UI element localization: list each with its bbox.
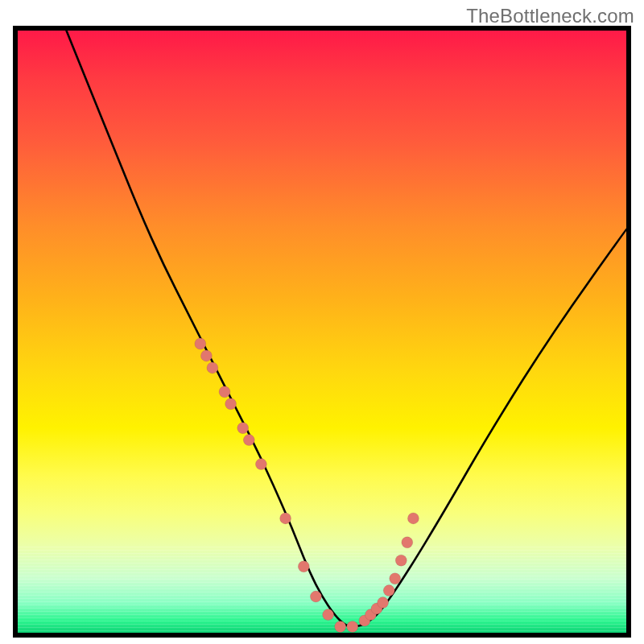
sample-point bbox=[310, 591, 321, 602]
sample-point bbox=[219, 386, 230, 398]
sample-point bbox=[335, 621, 346, 633]
sample-point bbox=[390, 573, 401, 584]
sample-point bbox=[378, 597, 389, 609]
sample-point bbox=[407, 513, 419, 524]
sample-point bbox=[200, 350, 212, 361]
sample-point bbox=[383, 585, 394, 597]
sample-point bbox=[280, 513, 291, 524]
sample-point bbox=[323, 609, 334, 621]
sample-point bbox=[298, 561, 309, 572]
sample-point bbox=[402, 537, 413, 548]
bottleneck-curve bbox=[67, 31, 627, 627]
sample-point bbox=[207, 362, 218, 374]
sample-point bbox=[255, 459, 266, 470]
sample-point bbox=[395, 555, 407, 566]
chart-frame bbox=[13, 26, 631, 638]
sample-point bbox=[243, 435, 254, 446]
sample-point bbox=[225, 398, 237, 410]
sample-points-group bbox=[195, 338, 419, 633]
watermark-text: TheBottleneck.com bbox=[466, 5, 634, 27]
sample-point bbox=[347, 621, 358, 633]
sample-point bbox=[237, 423, 249, 434]
sample-point bbox=[195, 338, 206, 349]
curve-svg bbox=[18, 31, 626, 633]
